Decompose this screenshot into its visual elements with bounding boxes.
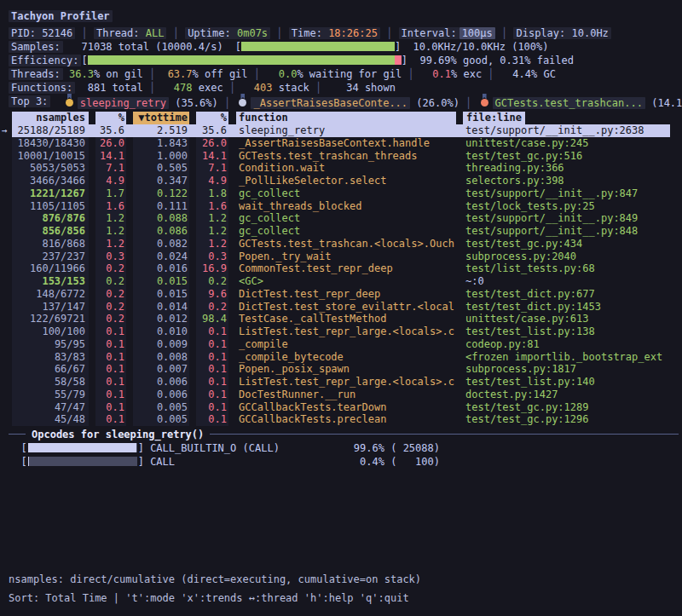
opcodes-title: Opcodes for sleeping_retry()	[32, 429, 204, 440]
table-row[interactable]: 1105/11051.60.1111.6wait_threads_blocked…	[12, 200, 670, 213]
file-line-cell: threading.py:366	[463, 162, 662, 175]
nsamples-cell: 47/47	[12, 401, 89, 414]
thread-stat-value: 63.7	[161, 68, 192, 80]
nsamples-cell: 148/6772	[12, 288, 89, 301]
cum-pct-cell: 0.1	[196, 401, 228, 414]
nsamples-cell: 66/67	[12, 363, 89, 376]
top3-percent: (26.0%)	[410, 97, 459, 109]
table-row[interactable]: 18430/1843026.01.84326.0_AssertRaisesBas…	[12, 137, 670, 150]
tottime-cell: 0.010	[133, 325, 189, 338]
function-cell: Condition.wait	[236, 162, 456, 175]
cum-pct-cell: 1.2	[196, 225, 228, 238]
nsamples-cell: 137/147	[12, 301, 89, 314]
pct-cell: 0.1	[95, 413, 126, 426]
function-cell: DictTest.test_store_evilattr.<local...	[236, 301, 456, 314]
function-stat-segment: 881 total	[75, 82, 142, 94]
table-row[interactable]: 5053/50537.10.5057.1Condition.waitthread…	[12, 162, 670, 175]
function-stat-value: 881	[75, 82, 106, 94]
table-row[interactable]: 856/8561.20.0861.2gc_collecttest/support…	[12, 225, 670, 238]
cum-pct-cell: 1.8	[196, 187, 228, 200]
nsamples-cell: 45/48	[12, 413, 89, 426]
opcode-name: CALL_BUILTIN_O (CALL)	[144, 442, 280, 454]
table-row[interactable]: 137/1470.20.0140.2DictTest.test_store_ev…	[12, 301, 670, 314]
cum-pct-cell: 16.9	[196, 262, 228, 275]
pct-cell: 0.2	[95, 313, 126, 325]
efficiency-bar: []	[81, 55, 407, 66]
tottime-cell: 0.086	[133, 225, 189, 238]
table-row[interactable]: 25188/2518935.62.51935.6sleeping_retryte…	[12, 124, 670, 137]
table-row[interactable]: 153/1530.20.0150.2<GC>~:0	[12, 275, 670, 288]
functions-row: Functions: 881 total │ 478 exec │ 403 st…	[9, 81, 396, 94]
tottime-cell: 1.843	[133, 137, 189, 150]
thread-stat-segment: 4.4% GC	[500, 68, 556, 80]
pct-cell: 0.1	[95, 389, 126, 401]
uptime-field: Uptime: 0m07s	[185, 27, 270, 39]
table-row[interactable]: 10001/1001514.11.00014.1GCTests.test_tra…	[12, 150, 670, 163]
efficiency-row: Efficiency:[] 99.69% good, 0.31% failed	[9, 54, 574, 66]
function-cell: gc_collect	[236, 187, 456, 200]
table-row[interactable]: 58/580.10.0060.1ListTest.test_repr_large…	[12, 376, 670, 389]
file-line-cell: subprocess.py:2040	[463, 250, 662, 263]
function-cell: wait_threads_blocked	[236, 200, 456, 213]
function-stat-unit: shown	[359, 82, 396, 94]
table-row[interactable]: 160/119660.20.01616.9CommonTest.test_rep…	[12, 262, 670, 275]
table-row[interactable]: 47/470.10.0050.1GCCallbackTests.tearDown…	[12, 401, 670, 414]
pid-value: 52146	[42, 27, 72, 39]
thread-stat-unit: % GC	[531, 68, 556, 80]
function-cell: <GC>	[236, 275, 456, 288]
table-row[interactable]: 1221/12671.70.1221.8gc_collecttest/suppo…	[12, 187, 670, 200]
nsamples-cell: 876/876	[12, 212, 89, 225]
thread-stat-value: 0.0	[266, 68, 297, 80]
function-stat-value: 34	[328, 82, 359, 94]
header-tottime-sorted[interactable]: ▼tottime	[133, 112, 189, 124]
nsamples-cell: 5053/5053	[12, 162, 89, 175]
table-row[interactable]: 237/2370.30.0240.3Popen._try_waitsubproc…	[12, 250, 670, 263]
table-row[interactable]: 148/67720.20.0159.6DictTest.test_repr_de…	[12, 288, 670, 301]
samples-bar: []	[235, 41, 401, 53]
function-cell: _AssertRaisesBaseContext.handle	[236, 137, 456, 150]
table-row[interactable]: 55/790.10.0060.1DocTestRunner.__rundocte…	[12, 389, 670, 401]
header-function[interactable]: function	[236, 112, 456, 124]
thread-field[interactable]: Thread: ALL	[94, 27, 167, 39]
nsamples-cell: 95/95	[12, 338, 89, 351]
header-file-line[interactable]: file:line	[463, 112, 525, 124]
table-row[interactable]: 95/950.10.0090.1_compilecodeop.py:81	[12, 338, 670, 351]
time-field: Time: 18:26:25	[289, 27, 380, 39]
tottime-cell: 1.000	[133, 150, 189, 163]
header-nsamples[interactable]: nsamples	[12, 112, 89, 124]
nsamples-cell: 3466/3466	[12, 175, 89, 187]
table-row[interactable]: 876/8761.20.0881.2gc_collecttest/support…	[12, 212, 670, 225]
thread-stat-segment: 36.3% on gil	[63, 68, 143, 80]
function-stat-value: 403	[241, 82, 272, 94]
threads-row: Threads: 36.3% on gil │ 63.7% off gil │ …	[9, 67, 556, 80]
uptime-label: Uptime:	[188, 27, 231, 39]
file-line-cell: unittest/case.py:613	[463, 313, 662, 325]
table-row[interactable]: 3466/34664.90.3474.9_PollLikeSelector.se…	[12, 175, 670, 187]
pct-cell: 0.1	[95, 338, 126, 351]
top3-percent: (35.6%)	[169, 97, 218, 109]
footer-help-1: nsamples: direct/cumulative (direct=exec…	[9, 573, 421, 585]
opcode-bar	[28, 457, 137, 466]
table-row[interactable]: 83/830.10.0080.1_compile_bytecode<frozen…	[12, 351, 670, 364]
tottime-cell: 0.015	[133, 288, 189, 301]
display-field: Display: 10.0Hz	[513, 27, 610, 39]
opcode-name: CALL	[144, 456, 175, 468]
selected-row-arrow: →	[2, 124, 8, 137]
header-pct[interactable]: %	[95, 112, 126, 124]
table-row[interactable]: 66/670.10.0070.1Popen._posix_spawnsubpro…	[12, 363, 670, 376]
header-cum-pct[interactable]: %	[196, 112, 228, 124]
time-value: 18:26:25	[328, 27, 378, 39]
display-label: Display:	[516, 27, 565, 39]
file-line-cell: test/test_gc.py:1296	[463, 413, 662, 426]
nsamples-cell: 153/153	[12, 275, 89, 288]
thread-label: Thread:	[96, 27, 140, 39]
table-row[interactable]: 45/480.10.0050.1GCCallbackTests.preclean…	[12, 413, 670, 426]
file-line-cell: codeop.py:81	[463, 338, 662, 351]
table-row[interactable]: 122/697210.20.01298.4TestCase._callTestM…	[12, 313, 670, 325]
table-row[interactable]: 816/8681.20.0821.2GCTests.test_trashcan.…	[12, 238, 670, 250]
table-row[interactable]: 100/1000.10.0100.1ListTest.test_repr_lar…	[12, 325, 670, 338]
pid-field: PID: 52146	[9, 27, 75, 39]
samples-bar-fill	[241, 42, 395, 51]
cum-pct-cell: 7.1	[196, 162, 228, 175]
top3-function-name: sleeping_retry	[78, 97, 169, 109]
